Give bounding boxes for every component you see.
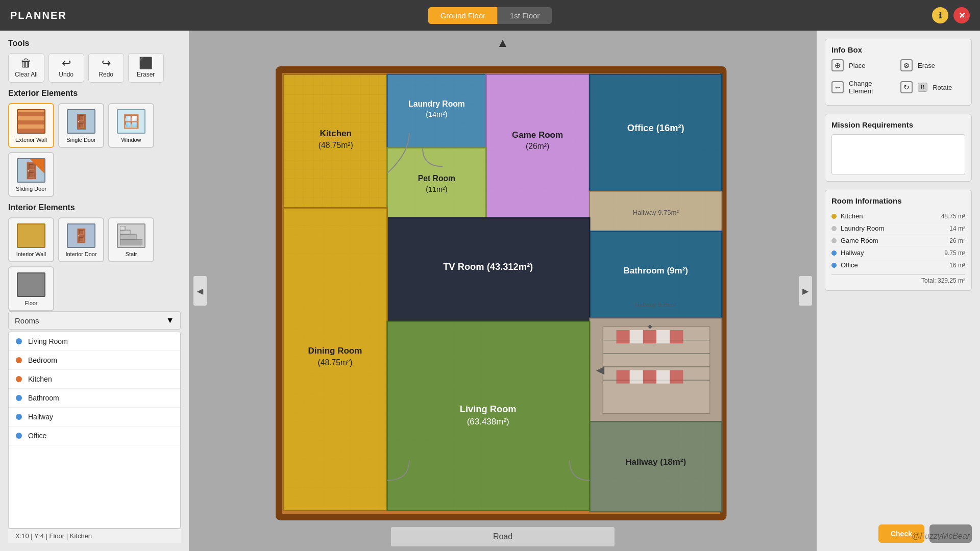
room-info-title: Room Informations (831, 196, 965, 205)
floor-button[interactable]: Floor (8, 266, 54, 311)
room-item-living-room[interactable]: Living Room (9, 332, 180, 351)
status-bar: X:10 | Y:4 | Floor | Kitchen (8, 529, 181, 543)
svg-rect-44 (617, 370, 630, 384)
exterior-wall-button[interactable]: Exterior Wall (8, 103, 54, 148)
undo-label: Undo (59, 71, 74, 78)
status-text: X:10 | Y:4 | Floor | Kitchen (15, 532, 92, 540)
undo-button[interactable]: ↩ Undo (48, 53, 84, 83)
left-panel: Tools 🗑 Clear All ↩ Undo ↪ Redo ⬛ Eraser (0, 31, 189, 551)
window-label: Window (121, 137, 141, 143)
exterior-wall-icon (17, 109, 45, 134)
exterior-wall-label: Exterior Wall (15, 137, 47, 143)
interior-elements-section: Interior Elements Interior Wall 🚪 Interi… (8, 203, 181, 311)
tab-ground-floor[interactable]: Ground Floor (428, 7, 498, 24)
info-place-row: ⊕ Place (831, 59, 896, 71)
svg-rect-59 (387, 321, 590, 510)
rooms-list[interactable]: Living Room Bedroom Kitchen Bathroom Hal… (8, 332, 181, 529)
room-info-game-room: Game Room 26 m² (831, 235, 965, 247)
tools-row: 🗑 Clear All ↩ Undo ↪ Redo ⬛ Eraser (8, 53, 181, 83)
info-box-section: Info Box ⊕ Place ⊗ Erase ↔ Change Elemen… (825, 39, 972, 106)
sliding-door-icon-box: 🚪 (16, 157, 46, 184)
rooms-dropdown-header[interactable]: Rooms ▼ (8, 311, 181, 330)
sliding-door-corner (30, 159, 44, 173)
road-text: Road (493, 532, 512, 541)
room-info-area-office: 16 m² (949, 262, 965, 269)
room-info-area-laundry: 14 m² (949, 225, 965, 232)
sliding-door-button[interactable]: 🚪 Sliding Door (8, 152, 54, 197)
svg-text:Hallway 9.75m²: Hallway 9.75m² (633, 209, 679, 216)
exterior-elements-title: Exterior Elements (8, 89, 181, 98)
room-info-area-hallway: 9.75 m² (944, 249, 965, 257)
interior-wall-button[interactable]: Interior Wall (8, 217, 54, 262)
interior-door-button[interactable]: 🚪 Interior Door (58, 217, 104, 262)
svg-rect-2 (120, 230, 130, 234)
svg-rect-1 (120, 234, 136, 239)
svg-text:Laundry Room: Laundry Room (408, 99, 465, 108)
change-element-icon: ↔ (831, 81, 844, 93)
nav-arrow-right[interactable]: ▶ (798, 276, 813, 306)
erase-label: Erase (918, 62, 935, 69)
tools-title: Tools (8, 39, 181, 48)
room-item-bedroom[interactable]: Bedroom (9, 351, 180, 370)
window-icon-box: 🪟 (116, 108, 146, 135)
interior-door-icon-box: 🚪 (66, 222, 96, 249)
room-info-dot-laundry (831, 226, 837, 231)
nav-arrow-left[interactable]: ◀ (193, 276, 207, 306)
room-info-hallway: Hallway 9.75 m² (831, 247, 965, 259)
floor-plan-svg: Kitchen (48.75m²) Laundry Room (14m²) Ga… (209, 66, 796, 520)
clear-all-button[interactable]: 🗑 Clear All (8, 53, 44, 83)
room-info-dot-office (831, 263, 837, 268)
room-label-bathroom: Bathroom (28, 394, 59, 402)
room-info-name-kitchen: Kitchen (841, 212, 941, 220)
exterior-wall-icon-box (16, 108, 46, 135)
svg-text:Dining Room: Dining Room (308, 346, 362, 356)
room-info-laundry: Laundry Room 14 m² (831, 222, 965, 235)
stair-button[interactable]: Stair (108, 217, 154, 262)
info-icon-button[interactable]: ℹ (932, 7, 948, 23)
svg-text:(48.75m²): (48.75m²) (317, 358, 352, 367)
tab-1st-floor[interactable]: 1st Floor (498, 7, 552, 24)
svg-rect-21 (387, 148, 486, 218)
eraser-button[interactable]: ⬛ Eraser (128, 53, 164, 83)
stair-icon-box (116, 222, 146, 249)
clear-all-label: Clear All (15, 71, 38, 78)
room-item-office[interactable]: Office (9, 427, 180, 445)
rooms-dropdown-icon: ▼ (166, 316, 174, 325)
room-info-area-game-room: 26 m² (949, 237, 965, 244)
room-info-section: Room Informations Kitchen 48.75 m² Laund… (825, 190, 972, 291)
svg-text:Game Room: Game Room (512, 130, 563, 140)
interior-elements-grid: Interior Wall 🚪 Interior Door (8, 217, 181, 311)
room-item-hallway[interactable]: Hallway (9, 408, 180, 427)
interior-elements-title: Interior Elements (8, 203, 181, 212)
erase-icon: ⊗ (900, 59, 913, 71)
interior-wall-icon (17, 223, 45, 248)
room-info-kitchen: Kitchen 48.75 m² (831, 210, 965, 222)
svg-rect-47 (656, 370, 670, 384)
room-dot-kitchen (16, 376, 22, 382)
svg-rect-48 (670, 370, 683, 384)
floor-icon-box (16, 271, 46, 298)
single-door-button[interactable]: 🚪 Single Door (58, 103, 104, 148)
app-title: PLANNER (10, 10, 67, 21)
redo-button[interactable]: ↪ Redo (88, 53, 124, 83)
close-icon-button[interactable]: ✕ (953, 7, 970, 23)
sliding-door-label: Sliding Door (16, 186, 46, 192)
road-label: Road (390, 527, 615, 547)
svg-text:(63.438m²): (63.438m²) (467, 417, 509, 427)
exterior-elements-section: Exterior Elements Exterior Wall 🚪 Single… (8, 89, 181, 197)
canvas-area[interactable]: ◀ ▶ ▲ Kitchen (48.75m²) (189, 31, 817, 551)
exterior-elements-grid: Exterior Wall 🚪 Single Door 🪟 Window (8, 103, 181, 197)
single-door-icon: 🚪 (67, 109, 95, 134)
header: PLANNER Ground Floor 1st Floor ℹ ✕ (0, 0, 980, 31)
svg-text:(48.75m²): (48.75m²) (318, 141, 353, 149)
single-door-icon-box: 🚪 (66, 108, 96, 135)
svg-rect-40 (630, 330, 643, 343)
watermark: @FuzzyMcBear (912, 532, 970, 541)
room-item-kitchen[interactable]: Kitchen (9, 370, 180, 389)
svg-rect-46 (643, 370, 656, 384)
window-button[interactable]: 🪟 Window (108, 103, 154, 148)
room-dot-hallway (16, 414, 22, 420)
room-info-total: Total: 329.25 m² (831, 274, 965, 284)
room-label-hallway: Hallway (28, 413, 53, 421)
room-item-bathroom[interactable]: Bathroom (9, 389, 180, 408)
